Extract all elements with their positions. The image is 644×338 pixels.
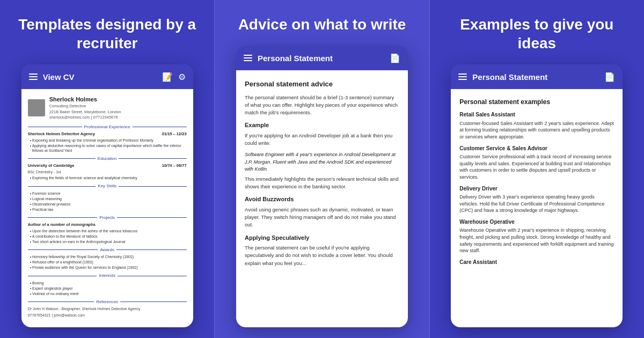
panel-left-title: Templates designed by a recruiter: [13, 15, 201, 53]
cv-projects-org: Author of a number of monographs: [28, 222, 187, 228]
phone-mockup-right: Personal Statement 📄 Personal statement …: [451, 64, 623, 327]
phone-header-middle: Personal Statement 📄: [236, 46, 408, 70]
advice-section-buzzwords-head: Avoid Buzzwords: [245, 195, 399, 204]
menu-icon-right[interactable]: [458, 74, 467, 80]
cv-bullet: • Logical reasoning: [28, 196, 187, 201]
example-desc-1: Customer Service professional with a tra…: [459, 153, 614, 180]
cv-bullet: • Expert singlestick player: [28, 286, 187, 291]
panel-left: Templates designed by a recruiter View C…: [0, 0, 214, 338]
cv-bullet: • Private audience with the Queen for se…: [28, 265, 187, 270]
panel-middle-title: Advice on what to write: [238, 15, 406, 34]
cv-section-education: Education: [28, 156, 187, 161]
phone-content-middle: Personal statement advice The personal s…: [236, 70, 408, 327]
cv-email: sherlock@holmes.com | 07712345676: [49, 115, 121, 121]
menu-icon-middle[interactable]: [244, 55, 252, 61]
cv-bullet: • Boxing: [28, 281, 187, 285]
advice-example-follow: This immediately highlights the person's…: [245, 175, 399, 191]
sliders-icon[interactable]: ⚙: [178, 72, 186, 82]
cv-section-references: References: [28, 299, 187, 305]
advice-main-title: Personal statement advice: [245, 79, 399, 90]
advice-intro: The personal statement should be a brief…: [245, 94, 399, 117]
phone-header-left: View CV 📝 ⚙: [21, 64, 193, 89]
examples-main-title: Personal statement examples: [459, 98, 614, 107]
advice-buzzwords-text: Avoid using generic phrases such as dyna…: [245, 206, 399, 229]
advice-example-italic: Software Engineer with 4 year's experien…: [245, 151, 399, 173]
cv-section-experience: Professional Experience: [28, 124, 187, 130]
cv-section-interests: Interests: [28, 273, 187, 278]
cv-bullet: • Two short articles on ears in the Anth…: [28, 239, 187, 244]
cv-section-skills: Key Skills: [28, 183, 187, 189]
cv-bullet: • Applying abductive reasoning to solve …: [28, 143, 187, 153]
cv-section-projects: Projects: [28, 215, 187, 221]
cv-bullet: • Forensic science: [28, 191, 187, 196]
cv-reference: Dr John H Watson - Biographer, Sherlock …: [28, 306, 187, 312]
cv-bullet: • Practical law: [28, 207, 187, 212]
header-title-right: Personal Statement: [472, 72, 599, 82]
example-job-4: Care Assistant: [459, 259, 614, 267]
cv-bullet: • Violinist of no ordinary merit: [28, 291, 187, 296]
cv-avatar: [28, 99, 45, 116]
cv-address: 221B Baker Street, Marylebone, London: [49, 109, 121, 115]
cv-bullet: • Exposing and breaking up the criminal …: [28, 138, 187, 143]
advice-content: Personal statement advice The personal s…: [243, 77, 401, 274]
phone-mockup-left: View CV 📝 ⚙ Sherlock Holmes Consulting D…: [21, 64, 193, 327]
example-desc-2: Delivery Driver with 3 year's experience…: [459, 194, 614, 214]
example-job-1: Customer Service & Sales Advisor: [459, 145, 614, 153]
header-title-left: View CV: [43, 72, 157, 82]
document-icon-right[interactable]: 📄: [604, 72, 615, 82]
panel-right: Examples to give you ideas Personal Stat…: [430, 0, 644, 338]
cv-bullet: • A contribution to the literature of ta…: [28, 234, 187, 239]
document-icon-middle[interactable]: 📄: [390, 53, 400, 63]
phone-header-right: Personal Statement 📄: [451, 64, 623, 89]
advice-example-text: If you're applying for an Android Develo…: [245, 132, 399, 148]
cv-education-uni: University of Cambridge10/74 – 06/77: [28, 163, 187, 169]
phone-content-right: Personal statement examples Retail Sales…: [451, 89, 623, 327]
example-job-2: Delivery Driver: [459, 185, 614, 193]
panel-right-title: Examples to give you ideas: [443, 15, 631, 53]
advice-section-speculative-head: Applying Speculatively: [245, 233, 399, 243]
example-desc-3: Warehouse Operative with 2 year's experi…: [459, 227, 614, 254]
panel-middle: Advice on what to write Personal Stateme…: [214, 0, 429, 338]
cv-content: Sherlock Holmes Consulting Detective 221…: [28, 95, 187, 318]
cv-bullet: • Honorary fellowship of the Royal Socie…: [28, 254, 187, 259]
cv-job-agency: Sherlock Holmes Detective Agency01/15 – …: [28, 131, 187, 137]
example-job-3: Warehouse Operative: [459, 218, 614, 226]
add-document-icon[interactable]: 📝: [162, 72, 173, 82]
cv-degree: BSc Chemistry - 1st: [28, 170, 187, 175]
cv-reference-contact: 07787654321 | john@watson.com: [28, 313, 187, 318]
cv-section-awards: Awards: [28, 247, 187, 253]
examples-content: Personal statement examples Retail Sales…: [457, 95, 616, 269]
cv-name: Sherlock Holmes: [49, 95, 121, 104]
cv-role: Consulting Detective: [49, 104, 121, 109]
cv-bullet: • Upon the distinction between the ashes…: [28, 229, 187, 233]
phone-mockup-middle: Personal Statement 📄 Personal statement …: [236, 46, 408, 327]
header-title-middle: Personal Statement: [258, 54, 384, 63]
cv-bullet: • Refused offer of a knighthood (1902): [28, 260, 187, 264]
advice-section-example-head: Example: [245, 121, 399, 130]
menu-icon-left[interactable]: [29, 74, 38, 80]
phone-content-left: Sherlock Holmes Consulting Detective 221…: [21, 89, 193, 327]
example-desc-0: Customer-focused Sales Assistant with 2 …: [459, 120, 614, 141]
example-job-0: Retail Sales Assistant: [459, 111, 614, 119]
cv-bullet: • Observational prowess: [28, 202, 187, 207]
advice-speculative-text: The personal statement can be useful if …: [245, 244, 399, 267]
cv-bullet: • Exploring the fields of forensic scien…: [28, 175, 187, 180]
